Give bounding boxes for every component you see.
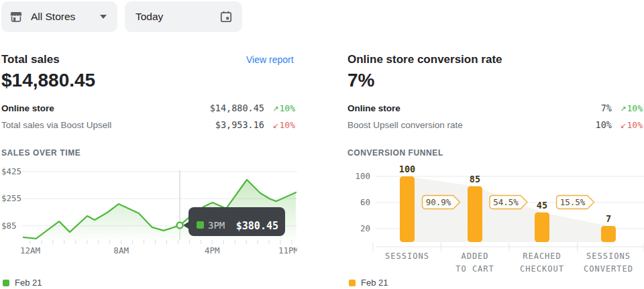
svg-text:$85: $85: [1, 221, 17, 231]
svg-text:CHECKOUT: CHECKOUT: [520, 264, 564, 274]
svg-text:12AM: 12AM: [20, 245, 40, 255]
calendar-icon: [219, 10, 233, 23]
metric-delta: ↗10%: [264, 103, 295, 113]
metric-row-boost-upsell: Total sales via Boost Upsell $3,953.16 ↙…: [1, 119, 295, 131]
svg-text:100: 100: [399, 165, 415, 174]
svg-text:$380.45: $380.45: [236, 220, 278, 232]
svg-text:SESSIONS: SESSIONS: [385, 251, 429, 261]
svg-text:15.5%: 15.5%: [560, 197, 586, 207]
funnel-bar: [535, 213, 549, 242]
svg-text:7: 7: [606, 213, 611, 224]
total-sales-value: $14,880.45: [1, 70, 95, 91]
store-selector[interactable]: All Stores: [1, 1, 117, 32]
svg-text:20: 20: [360, 223, 370, 233]
metric-value: 7%: [601, 103, 612, 113]
svg-text:54.5%: 54.5%: [493, 197, 519, 207]
total-sales-title: Total sales: [1, 53, 60, 66]
svg-text:TO CART: TO CART: [455, 264, 494, 274]
conversion-rate-value: 7%: [347, 70, 374, 91]
svg-text:45: 45: [537, 200, 547, 211]
funnel-bar: [400, 176, 415, 242]
svg-text:$425: $425: [1, 166, 21, 176]
conversion-rate-title: Online store conversion rate: [347, 53, 502, 66]
svg-text:100: 100: [355, 171, 370, 181]
legend-swatch-orange: [349, 280, 356, 286]
svg-text:3PM: 3PM: [208, 220, 225, 231]
svg-text:11PM: 11PM: [278, 245, 297, 255]
store-icon: [9, 10, 23, 23]
chart-tooltip: 3PM$380.45: [183, 207, 285, 236]
sales-legend: Feb 21: [3, 278, 42, 288]
metric-label: Total sales via Boost Upsell: [1, 120, 215, 130]
metric-row-online-store-rate: Online store 7% ↗10%: [347, 103, 643, 115]
metric-label: Online store: [347, 103, 601, 113]
store-selector-label: All Stores: [31, 11, 100, 23]
metric-label: Online store: [1, 103, 210, 113]
date-selector-label: Today: [136, 11, 163, 23]
metric-value: $14,880.45: [210, 103, 264, 113]
legend-label: Feb 21: [361, 278, 388, 288]
hover-marker: [177, 223, 183, 229]
svg-text:CONVERTED: CONVERTED: [584, 264, 633, 274]
metric-value: $3,953.16: [215, 119, 264, 130]
metric-delta: ↗10%: [612, 103, 643, 113]
metric-row-boost-upsell-rate: Boost Upsell conversion rate 10% ↙10%: [347, 119, 643, 131]
metric-delta: ↙10%: [612, 120, 643, 130]
funnel-bar: [468, 186, 482, 242]
chevron-down-icon: [100, 15, 107, 19]
svg-text:4PM: 4PM: [205, 245, 220, 255]
svg-text:SESSIONS: SESSIONS: [586, 251, 631, 261]
view-report-link[interactable]: View report: [246, 54, 294, 65]
sales-over-time-chart[interactable]: $425$255$8512AM8AM4PM11PM3PM$380.45: [0, 165, 297, 263]
metric-delta: ↙10%: [264, 120, 295, 130]
conversion-breakdown: Online store 7% ↗10% Boost Upsell conver…: [347, 103, 643, 131]
metric-value: 10%: [596, 119, 612, 130]
metric-row-online-store: Online store $14,880.45 ↗10%: [1, 103, 295, 115]
metric-label: Boost Upsell conversion rate: [347, 120, 596, 130]
legend-swatch-green: [3, 280, 9, 286]
legend-label: Feb 21: [15, 278, 42, 288]
svg-text:ADDED: ADDED: [461, 251, 488, 261]
total-sales-breakdown: Online store $14,880.45 ↗10% Total sales…: [1, 103, 295, 131]
sales-over-time-heading: SALES OVER TIME: [1, 148, 80, 158]
svg-text:REACHED: REACHED: [523, 251, 561, 261]
svg-text:60: 60: [360, 197, 370, 207]
svg-text:90.9%: 90.9%: [426, 197, 451, 207]
funnel-legend: Feb 21: [349, 278, 388, 288]
svg-text:$255: $255: [1, 193, 21, 203]
svg-text:8AM: 8AM: [113, 245, 129, 255]
conversion-funnel-heading: CONVERSION FUNNEL: [347, 148, 443, 158]
date-selector[interactable]: Today: [125, 1, 242, 32]
funnel-bar: [601, 226, 616, 242]
conversion-funnel-chart[interactable]: 10060201008545790.9%54.5%15.5%SESSIONSAD…: [347, 165, 644, 275]
svg-text:85: 85: [470, 174, 480, 184]
